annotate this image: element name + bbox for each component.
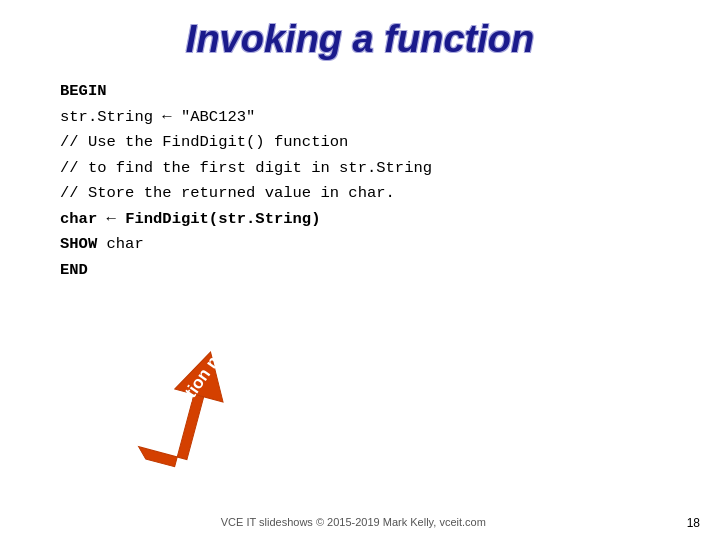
footer-copyright: VCE IT slideshows © 2015-2019 Mark Kelly… (20, 516, 687, 530)
footer-page-number: 18 (687, 516, 700, 530)
slide-title: Invoking a function (0, 0, 720, 71)
arrow-container: Function name (130, 340, 260, 480)
code-line-3: // Use the FindDigit() function (60, 130, 720, 156)
code-line-8: END (60, 258, 720, 284)
code-content: BEGIN str.String ← "ABC123" // Use the F… (0, 71, 720, 284)
code-block: BEGIN str.String ← "ABC123" // Use the F… (60, 79, 720, 284)
code-line-1: BEGIN (60, 79, 720, 105)
code-line-5: // Store the returned value in char. (60, 181, 720, 207)
arrow-svg (130, 340, 260, 480)
title-text: Invoking a function (186, 18, 534, 60)
code-line-2: str.String ← "ABC123" (60, 105, 720, 131)
slide: Invoking a function BEGIN str.String ← "… (0, 0, 720, 540)
code-line-6: char ← FindDigit(str.String) (60, 207, 720, 233)
code-line-7: SHOW char (60, 232, 720, 258)
code-line-4: // to find the first digit in str.String (60, 156, 720, 182)
footer: VCE IT slideshows © 2015-2019 Mark Kelly… (0, 516, 720, 530)
